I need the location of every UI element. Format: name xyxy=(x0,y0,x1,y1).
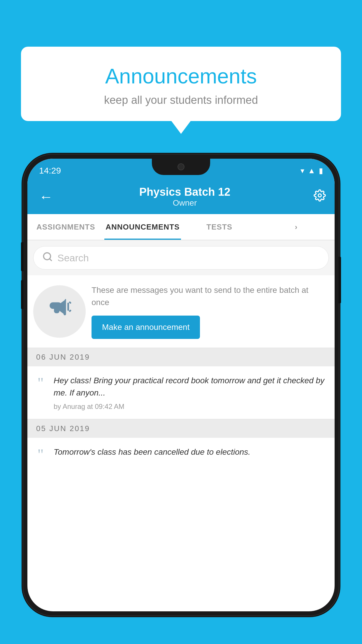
make-announcement-button[interactable]: Make an announcement xyxy=(92,316,200,339)
header-title: Physics Batch 12 xyxy=(56,186,314,198)
tab-assignments[interactable]: ASSIGNMENTS xyxy=(27,214,104,240)
tab-tests[interactable]: TESTS xyxy=(181,214,258,240)
tabs-bar: ASSIGNMENTS ANNOUNCEMENTS TESTS › xyxy=(27,214,335,240)
volume-button-2 xyxy=(21,280,23,309)
header-title-area: Physics Batch 12 Owner xyxy=(56,186,314,208)
search-icon xyxy=(42,251,53,265)
phone-mockup: 14:29 ▾ ▲ ▮ ← Physics Batch 12 Owner xyxy=(23,155,339,615)
promo-text-area: These are messages you want to send to t… xyxy=(92,284,326,339)
power-button xyxy=(339,257,341,303)
announcement-item-2[interactable]: " Tomorrow's class has been cancelled du… xyxy=(27,438,335,470)
search-bar[interactable]: Search xyxy=(33,246,329,270)
content-area: Search These are mes xyxy=(27,240,335,470)
megaphone-icon xyxy=(46,296,73,328)
wifi-icon: ▾ xyxy=(301,166,304,175)
date-separator-2: 05 JUN 2019 xyxy=(27,419,335,438)
speech-bubble: Announcements keep all your students inf… xyxy=(21,47,341,121)
volume-button-1 xyxy=(21,242,23,271)
speech-bubble-container: Announcements keep all your students inf… xyxy=(21,47,341,121)
quote-icon-1: " xyxy=(33,374,48,391)
status-icons: ▾ ▲ ▮ xyxy=(301,166,323,175)
announcement-text-1: Hey class! Bring your practical record b… xyxy=(54,374,326,411)
announcement-message-2: Tomorrow's class has been cancelled due … xyxy=(54,446,326,458)
phone-outer: 14:29 ▾ ▲ ▮ ← Physics Batch 12 Owner xyxy=(23,155,339,615)
camera xyxy=(178,163,184,170)
tab-more[interactable]: › xyxy=(258,214,335,240)
date-separator-1: 06 JUN 2019 xyxy=(27,348,335,366)
phone-screen: 14:29 ▾ ▲ ▮ ← Physics Batch 12 Owner xyxy=(27,159,335,611)
announcement-text-2: Tomorrow's class has been cancelled due … xyxy=(54,446,326,462)
announcement-item-1[interactable]: " Hey class! Bring your practical record… xyxy=(27,366,335,419)
app-header: ← Physics Batch 12 Owner xyxy=(27,179,335,214)
battery-icon: ▮ xyxy=(319,166,323,175)
announcement-message-1: Hey class! Bring your practical record b… xyxy=(54,374,326,399)
bubble-title: Announcements xyxy=(38,64,324,88)
back-button[interactable]: ← xyxy=(36,186,56,208)
status-time: 14:29 xyxy=(39,166,61,176)
quote-icon-2: " xyxy=(33,446,48,462)
promo-card: These are messages you want to send to t… xyxy=(27,275,335,348)
announcement-meta-1: by Anurag at 09:42 AM xyxy=(54,402,326,411)
promo-description: These are messages you want to send to t… xyxy=(92,284,326,309)
header-subtitle: Owner xyxy=(56,198,314,208)
bubble-subtitle: keep all your students informed xyxy=(38,94,324,106)
search-placeholder: Search xyxy=(57,252,89,264)
svg-point-0 xyxy=(318,194,321,197)
signal-icon: ▲ xyxy=(308,166,315,175)
phone-notch xyxy=(152,159,210,175)
megaphone-circle xyxy=(33,285,86,338)
settings-button[interactable] xyxy=(314,189,326,204)
svg-line-2 xyxy=(50,258,52,260)
tab-announcements[interactable]: ANNOUNCEMENTS xyxy=(104,214,181,240)
